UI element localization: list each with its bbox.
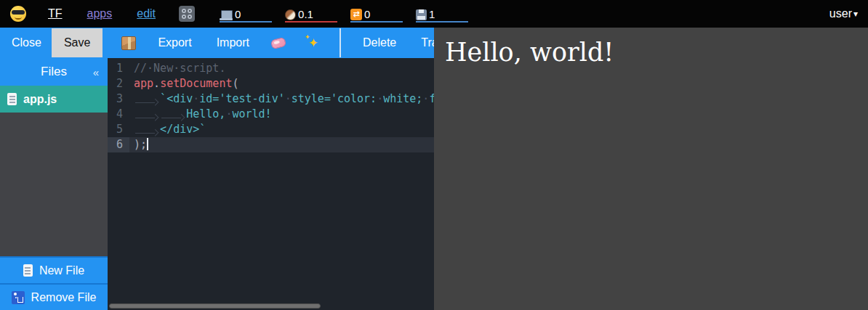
- code-token: white;: [383, 92, 422, 105]
- floppy-disk-icon: [416, 9, 427, 20]
- code-area: 1//·New·script.2app.setDocument(3`<div·i…: [108, 58, 434, 152]
- preview-pane: Hello, world!: [434, 28, 868, 310]
- empty-toolbar-button[interactable]: [339, 28, 341, 57]
- close-button[interactable]: Close: [9, 36, 44, 49]
- editor-toolbar: Close Save Export Import ✦ ✦ Delete Trac…: [0, 28, 434, 58]
- line-number: 4: [108, 107, 129, 122]
- code-token: style='color:: [292, 92, 377, 105]
- line-number: 2: [108, 76, 129, 91]
- code-token: app: [134, 77, 153, 90]
- hamster-stat-value: 0.1: [298, 8, 313, 20]
- new-file-icon: [23, 264, 33, 277]
- sidebar-actions: New File Remove File: [0, 256, 108, 310]
- code-token: .: [153, 77, 160, 90]
- text-cursor: [147, 138, 148, 150]
- code-token: world!: [232, 107, 271, 121]
- package-button[interactable]: [121, 36, 136, 50]
- code-token: (: [232, 77, 238, 90]
- line-content: </div>`: [129, 122, 206, 137]
- control-knobs-icon[interactable]: [179, 6, 195, 22]
- repeat-icon: ⇄: [350, 9, 362, 20]
- code-line[interactable]: 2app.setDocument(: [108, 76, 434, 91]
- code-token: id='test-div': [199, 92, 284, 105]
- code-line[interactable]: 1//·New·script.: [108, 61, 434, 76]
- code-token: ·: [377, 92, 383, 105]
- user-menu[interactable]: user ▾: [829, 7, 858, 20]
- line-content: Hello,·world!: [129, 107, 272, 122]
- repeat-stat-value: 0: [364, 8, 370, 20]
- soap-button[interactable]: [271, 38, 286, 48]
- top-bar: TF apps edit 0 0.1 ⇄ 0 1 user ▾: [0, 0, 868, 28]
- remove-file-label: Remove File: [31, 291, 97, 304]
- repeat-stat-field[interactable]: ⇄ 0: [350, 5, 403, 23]
- package-icon: [121, 36, 136, 50]
- line-number: 6: [108, 137, 129, 152]
- import-button[interactable]: Import: [214, 36, 252, 49]
- preview-hello-text: Hello, world!: [445, 38, 868, 67]
- cpu-stat-field[interactable]: 0: [220, 5, 272, 23]
- document-icon: [7, 93, 17, 105]
- edit-link[interactable]: edit: [137, 7, 156, 20]
- chevron-down-icon: ▾: [853, 9, 858, 19]
- files-header: Files «: [0, 58, 108, 86]
- code-editor[interactable]: 1//·New·script.2app.setDocument(3`<div·i…: [108, 58, 434, 310]
- delete-button[interactable]: Delete: [360, 36, 399, 49]
- line-content: );: [129, 137, 148, 152]
- code-token: `<div: [160, 92, 193, 105]
- new-file-button[interactable]: New File: [0, 256, 108, 283]
- file-name: app.js: [23, 93, 57, 106]
- code-line[interactable]: 3`<div·id='test-div'·style='color:·white…: [108, 91, 434, 107]
- line-number: 5: [108, 122, 129, 137]
- cpu-stat-value: 0: [235, 8, 241, 20]
- brand-link-tf[interactable]: TF: [48, 7, 63, 20]
- line-content: //·New·script.: [129, 61, 225, 76]
- laptop-icon: [220, 10, 233, 20]
- code-line[interactable]: 6);: [108, 137, 434, 152]
- file-row-appjs[interactable]: app.js: [0, 86, 108, 113]
- hamster-stat-field[interactable]: 0.1: [285, 5, 337, 23]
- code-token: ·: [285, 92, 292, 105]
- storage-stat-field[interactable]: 1: [416, 5, 468, 23]
- export-button[interactable]: Export: [155, 36, 194, 49]
- line-number: 3: [108, 91, 129, 107]
- hamster-icon: [285, 9, 296, 20]
- soap-icon: [270, 36, 287, 49]
- remove-file-button[interactable]: Remove File: [0, 283, 108, 310]
- code-token: setDocument: [160, 77, 232, 90]
- sparkles-button[interactable]: ✦ ✦: [305, 35, 321, 51]
- code-token: //·New·script.: [134, 62, 225, 75]
- code-token: f: [429, 92, 434, 105]
- remove-file-icon: [12, 291, 25, 304]
- code-line[interactable]: 4Hello,·world!: [108, 107, 434, 122]
- user-menu-label: user: [829, 7, 852, 20]
- code-token: </div>`: [160, 123, 206, 136]
- save-button[interactable]: Save: [52, 28, 103, 57]
- line-content: app.setDocument(: [129, 76, 239, 91]
- code-token: ·: [193, 92, 199, 105]
- smiley-sunglasses-icon[interactable]: [10, 6, 26, 22]
- code-token: );: [134, 138, 147, 151]
- files-title: Files: [41, 65, 67, 79]
- horizontal-scrollbar-thumb[interactable]: [109, 303, 321, 309]
- code-token: Hello,: [186, 107, 225, 121]
- line-content: `<div·id='test-div'·style='color:·white;…: [129, 91, 434, 107]
- storage-stat-value: 1: [429, 8, 435, 20]
- collapse-sidebar-button[interactable]: «: [93, 58, 99, 86]
- sparkles-icon: ✦ ✦: [305, 35, 321, 51]
- code-line[interactable]: 5</div>`: [108, 122, 434, 137]
- apps-link[interactable]: apps: [87, 7, 113, 20]
- files-sidebar: Files « app.js New File Remove File: [0, 58, 108, 310]
- line-number: 1: [108, 61, 129, 76]
- new-file-label: New File: [39, 264, 84, 277]
